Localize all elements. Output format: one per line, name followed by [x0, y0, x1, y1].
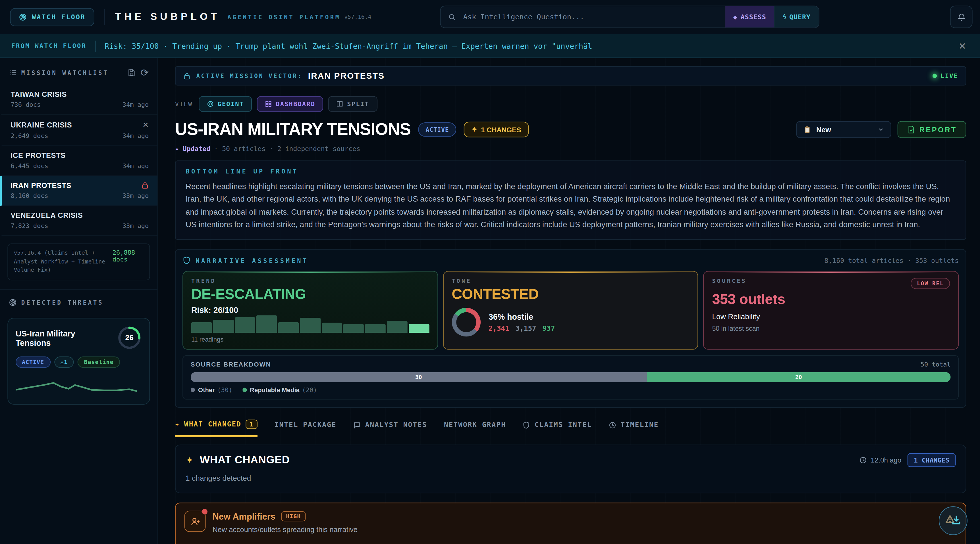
- legend-item: Other(30): [191, 386, 232, 393]
- trend-bar: [191, 322, 212, 333]
- tab-label: CLAIMS INTEL: [535, 421, 592, 429]
- search-input[interactable]: [462, 12, 718, 22]
- view-geoint-button[interactable]: GEOINT: [199, 96, 252, 112]
- alert-divider: [95, 40, 96, 52]
- trend-bar: [322, 323, 342, 333]
- assess-label: ASSESS: [741, 13, 766, 21]
- trend-bar: [300, 317, 320, 333]
- view-dashboard-button[interactable]: DASHBOARD: [257, 96, 323, 112]
- mission-docs: 7,823 docs: [11, 222, 48, 229]
- changes-detected-label: 1 changes detected: [186, 474, 956, 483]
- report-button[interactable]: REPORT: [897, 121, 966, 138]
- bell-icon: [957, 12, 966, 22]
- tab-intel-package[interactable]: INTEL PACKAGE: [275, 421, 337, 437]
- tab-timeline[interactable]: TIMELINE: [609, 421, 659, 437]
- alert-close-icon[interactable]: ✕: [956, 40, 969, 52]
- header-divider: [104, 9, 105, 25]
- trend-bar: [278, 322, 299, 333]
- split-icon: [337, 100, 343, 107]
- target-icon: [9, 298, 17, 306]
- query-button[interactable]: ϟQUERY: [774, 6, 819, 27]
- trend-bar: [235, 317, 255, 333]
- close-icon[interactable]: ✕: [142, 121, 149, 129]
- live-indicator: LIVE: [932, 72, 958, 79]
- tone-label: TONE: [452, 278, 689, 284]
- sidebar-item-taiwan-crisis[interactable]: TAIWAN CRISIS 736 docs34m ago: [0, 85, 158, 115]
- clock-icon: [609, 421, 616, 428]
- live-label: LIVE: [940, 72, 958, 79]
- assess-button[interactable]: ◆ASSESS: [725, 6, 774, 27]
- new-amplifiers-card[interactable]: New Amplifiers HIGH New accounts/outlets…: [175, 503, 966, 544]
- trend-card: TREND DE-ESCALATING Risk: 26/100 11 read…: [183, 271, 438, 349]
- globe-target-icon: [207, 100, 214, 107]
- what-changed-time: 12.0h ago: [859, 456, 901, 464]
- legend-count: (30): [218, 386, 232, 393]
- watch-floor-button[interactable]: WATCH FLOOR: [10, 8, 94, 26]
- narrative-meta-row: ✦ Updated · 50 articles · 2 independent …: [175, 145, 966, 152]
- version-docs-count: 26,888: [113, 249, 135, 256]
- trend-readings: 11 readings: [191, 336, 429, 343]
- notification-dot-icon: [202, 509, 207, 514]
- detected-threats-header: DETECTED THREATS: [0, 289, 158, 312]
- tab-network-graph[interactable]: NETWORK GRAPH: [444, 421, 506, 437]
- report-type-dropdown[interactable]: New: [796, 121, 891, 138]
- alert-source-label: FROM WATCH FLOOR: [11, 43, 87, 49]
- save-icon[interactable]: [127, 67, 135, 79]
- dashboard-label: DASHBOARD: [276, 100, 315, 107]
- legend-dot-icon: [191, 388, 195, 392]
- tone-hostile-pct: 36% hostile: [488, 312, 555, 321]
- mission-time: 34m ago: [123, 132, 149, 139]
- baseline-badge: Baseline: [78, 356, 120, 368]
- tab-label: ANALYST NOTES: [365, 421, 427, 429]
- view-split-button[interactable]: SPLIT: [328, 96, 377, 112]
- mission-docs: 2,649 docs: [11, 132, 48, 139]
- threat-badges: ACTIVE △1 Baseline: [16, 356, 142, 368]
- tab-analyst-notes[interactable]: ANALYST NOTES: [353, 421, 427, 437]
- updated-label: Updated: [183, 145, 210, 152]
- tab-what-changed[interactable]: ✦ WHAT CHANGED 1: [175, 420, 258, 437]
- app-window: WATCH FLOOR THE SUBPLOT AGENTIC OSINT PL…: [0, 0, 980, 544]
- sparkle-icon: ✦: [175, 420, 180, 428]
- legend-label: Other: [198, 386, 215, 393]
- trend-bar: [365, 324, 386, 333]
- sidebar-item-ice-protests[interactable]: ICE PROTESTS 6,445 docs34m ago: [0, 146, 158, 176]
- breakdown-stacked-bar: 3020: [191, 372, 951, 382]
- tab-claims-intel[interactable]: CLAIMS INTEL: [523, 421, 592, 437]
- watch-floor-alert-bar: FROM WATCH FLOOR Risk: 35/100 · Trending…: [0, 34, 980, 58]
- search-group: ◆ASSESS ϟQUERY: [440, 6, 819, 28]
- diamond-icon: ◆: [733, 13, 738, 21]
- export-alerts-fab[interactable]: [939, 506, 967, 535]
- notifications-button[interactable]: [950, 6, 972, 28]
- tab-label: INTEL PACKAGE: [275, 421, 337, 429]
- changes-badge[interactable]: ✦ 1 CHANGES: [464, 122, 528, 137]
- search-box: [441, 6, 725, 27]
- legend-count: (20): [302, 386, 317, 393]
- app-version: v57.16.4: [344, 14, 371, 20]
- active-status-badge: ACTIVE: [418, 122, 457, 137]
- mission-name: UKRAINE CRISIS: [11, 121, 72, 128]
- assessment-meta: 8,160 total articles · 353 outlets: [824, 257, 959, 264]
- mission-vector-bar: ACTIVE MISSION VECTOR: IRAN PROTESTS LIV…: [175, 66, 966, 86]
- legend-label: Reputable Media: [250, 386, 299, 393]
- mission-time: 34m ago: [123, 162, 149, 169]
- trend-bar: [213, 320, 233, 333]
- sidebar-item-venezuela-crisis[interactable]: VENEZUELA CRISIS 7,823 docs33m ago: [0, 206, 158, 236]
- sidebar-item-ukraine-crisis[interactable]: UKRAINE CRISIS✕ 2,649 docs34m ago: [0, 115, 158, 146]
- tone-donut-chart: [452, 308, 480, 336]
- mission-time: 33m ago: [123, 192, 149, 199]
- sidebar-item-iran-protests[interactable]: IRAN PROTESTS 8,160 docs33m ago: [0, 176, 158, 206]
- trend-bar: [343, 324, 364, 333]
- trend-bar-chart: [191, 315, 429, 333]
- person-plus-icon: [185, 511, 206, 532]
- mission-vector-label: ACTIVE MISSION VECTOR:: [196, 72, 302, 79]
- source-breakdown-panel: SOURCE BREAKDOWN 50 total 3020 Other(30)…: [183, 355, 959, 400]
- narrative-title-row: US-IRAN MILITARY TENSIONS ACTIVE ✦ 1 CHA…: [175, 120, 966, 139]
- refresh-icon[interactable]: ⟳: [140, 67, 149, 79]
- assessment-header: NARRATIVE ASSESSMENT 8,160 total article…: [183, 256, 959, 265]
- mission-time: 34m ago: [123, 101, 149, 108]
- threat-card[interactable]: US-Iran Military Tensions 26 ACTIVE △1 B…: [7, 317, 150, 404]
- version-docs: 26,888 docs: [113, 249, 144, 274]
- updated-sparkle-icon: ✦: [175, 145, 179, 152]
- lightning-icon: ϟ: [783, 13, 787, 21]
- amplifiers-title: New Amplifiers: [213, 511, 275, 521]
